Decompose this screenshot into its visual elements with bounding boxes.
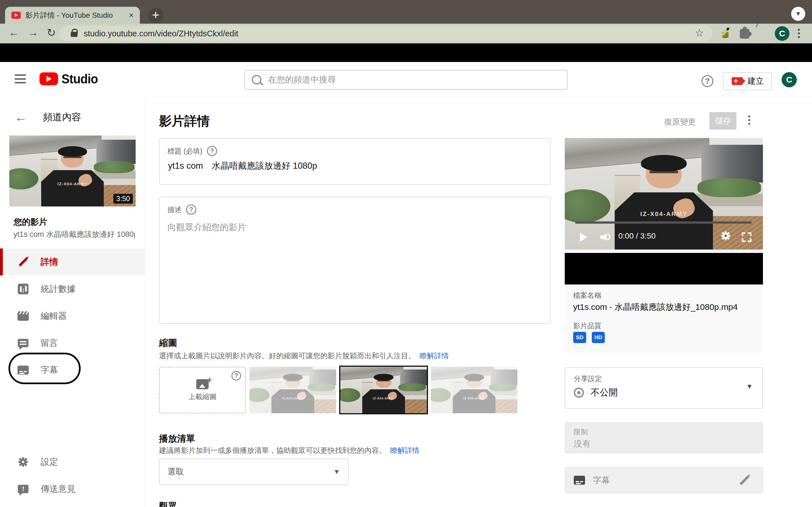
filename-value: yt1s.com - 水晶唔戴應該放邊好_1080p.mp4 xyxy=(573,301,738,313)
playlist-select-dropdown[interactable]: 選取 ▼ xyxy=(159,459,349,485)
title-input[interactable] xyxy=(167,161,541,171)
scene-shirt-text: IZ-X04-ARMY xyxy=(373,397,395,400)
scene-shirt xyxy=(453,389,495,413)
scene-cap xyxy=(283,374,303,381)
your-video-label: 您的影片 xyxy=(13,216,47,228)
back-row: ← 頻道內容 xyxy=(0,109,145,125)
quality-badges: SD HD xyxy=(573,332,605,343)
description-help-icon[interactable]: ? xyxy=(186,205,196,215)
fullscreen-icon[interactable] xyxy=(742,232,751,242)
account-avatar[interactable]: C xyxy=(781,72,797,87)
scene-shirt xyxy=(362,389,405,413)
upload-thumbnail-button[interactable]: ? 上載縮圖 xyxy=(159,367,246,413)
back-arrow-icon[interactable]: ← xyxy=(15,111,27,123)
visibility-dropdown[interactable]: 分享設定 不公開 ▼ xyxy=(565,367,763,409)
save-button[interactable]: 儲存 xyxy=(709,112,737,129)
play-icon[interactable] xyxy=(580,233,587,242)
thumbnail-help-icon[interactable]: ? xyxy=(232,371,241,381)
browser-tab[interactable]: 影片詳情 - YouTube Studio × xyxy=(5,7,140,24)
subtitles-field[interactable]: 字幕 xyxy=(565,467,763,494)
channel-search-box[interactable] xyxy=(245,70,567,90)
channel-content-title: 頻道內容 xyxy=(43,111,81,124)
playlist-section-title: 播放清單 xyxy=(159,433,195,445)
create-video-icon xyxy=(732,77,743,85)
filename-label: 檔案名稱 xyxy=(573,291,601,300)
studio-logo-text: Studio xyxy=(61,71,98,87)
scene-shirt-text: IZ-X04-ARMY xyxy=(282,397,304,400)
tab-search-button[interactable]: ▼ xyxy=(791,7,805,21)
description-field-label: 描述 xyxy=(167,205,182,214)
thumbnail-section-description: 選擇或上載圖片以說明影片內容。好的縮圖可讓您的影片脫穎而出和引人注目。瞭解詳情 xyxy=(159,351,449,361)
player-settings-icon[interactable] xyxy=(721,231,731,241)
scene-shirt xyxy=(271,389,314,413)
sidebar-item-details[interactable]: 詳情 xyxy=(0,248,145,276)
page-title: 影片詳情 xyxy=(159,113,210,129)
url-text: studio.youtube.com/video/ZHtytdsCkxl/edi… xyxy=(84,29,238,38)
scene-shirt xyxy=(41,170,104,207)
title-field[interactable]: 標題 (必填) ? xyxy=(159,138,551,185)
reload-button[interactable]: ↻ xyxy=(47,26,56,39)
sidebar-item-analytics[interactable]: 統計數據 xyxy=(0,276,145,302)
browser-tab-bar: 影片詳情 - YouTube Studio × + ▼ xyxy=(0,0,812,24)
youtube-favicon-icon xyxy=(11,11,21,19)
player-progress-bar[interactable] xyxy=(575,221,752,224)
chevron-down-icon: ▼ xyxy=(333,468,340,476)
title-field-label: 標題 (必填) xyxy=(167,147,202,156)
player-time: 0:00 / 3:50 xyxy=(618,231,656,240)
playlist-learn-more-link[interactable]: 瞭解詳情 xyxy=(390,446,419,455)
video-details-panel: IZ-X04-ARMY 0:00 / 3:50 檔案名稱 yt1s.com - … xyxy=(565,138,763,507)
back-button[interactable]: ← xyxy=(8,26,19,39)
chevron-down-icon: ▼ xyxy=(746,383,753,390)
player-controls: 0:00 / 3:50 xyxy=(565,229,763,245)
undo-changes-button[interactable]: 復原變更 xyxy=(664,117,696,127)
create-button[interactable]: 建立 xyxy=(723,72,772,90)
visibility-row: 不公開 xyxy=(574,386,618,399)
sidebar-item-editor[interactable]: 編輯器 xyxy=(0,302,145,330)
video-thumbnail-preview: IZ-X04-ARMY 3:50 xyxy=(9,135,136,207)
thumbnail-option-2-selected[interactable]: IZ-X04-ARMY xyxy=(340,367,427,413)
thumbnail-learn-more-link[interactable]: 瞭解詳情 xyxy=(419,351,449,360)
description-placeholder: 向觀眾介紹您的影片 xyxy=(167,221,246,233)
tab-title: 影片詳情 - YouTube Studio xyxy=(26,10,126,20)
letterbox-strip xyxy=(0,43,812,62)
pencil-icon xyxy=(17,261,29,263)
thumbnail-frame: IZ-X04-ARMY xyxy=(250,367,336,413)
sidebar-item-subtitles[interactable]: 字幕 xyxy=(0,356,145,384)
browser-profile-avatar[interactable]: C xyxy=(775,26,790,41)
page-options-icon[interactable] xyxy=(748,115,750,117)
browser-menu-icon[interactable] xyxy=(798,29,800,31)
sidebar-item-feedback[interactable]: ! 傳送意見 xyxy=(0,475,145,503)
extensions-puzzle-icon[interactable] xyxy=(740,27,752,40)
thumbnail-option-1[interactable]: IZ-X04-ARMY xyxy=(250,367,336,413)
help-button[interactable]: ? xyxy=(702,75,713,87)
sidebar-video-title: yt1s com 水晶唔戴應該放邊好 1080p xyxy=(13,229,135,239)
sidebar-item-settings[interactable]: 設定 xyxy=(0,448,145,475)
audience-section-title: 觀眾 xyxy=(159,500,177,507)
description-field[interactable]: 描述 ? 向觀眾介紹您的影片 xyxy=(159,196,551,324)
edit-pencil-icon[interactable] xyxy=(739,479,750,482)
new-tab-button[interactable]: + xyxy=(148,8,163,23)
title-help-icon[interactable]: ? xyxy=(207,146,217,156)
chart-icon xyxy=(17,284,29,294)
thumbnail-option-3[interactable]: IZ-X04-ARMY xyxy=(431,367,517,413)
search-input[interactable] xyxy=(267,75,560,85)
subtitles-icon xyxy=(574,476,585,485)
playlist-section-description: 建議將影片加到一或多個播放清單，協助觀眾可以更快找到您的內容。瞭解詳情 xyxy=(159,446,419,455)
youtube-studio-logo[interactable]: Studio xyxy=(40,71,101,87)
video-player[interactable]: IZ-X04-ARMY 0:00 / 3:50 xyxy=(565,138,763,249)
tab-close-icon[interactable]: × xyxy=(129,10,134,20)
subtitles-icon xyxy=(17,365,29,375)
gear-icon xyxy=(17,457,29,467)
scene-cap xyxy=(373,374,393,381)
address-bar[interactable]: studio.youtube.com/video/ZHtytdsCkxl/edi… xyxy=(59,25,712,41)
bookmark-star-icon[interactable]: ☆ xyxy=(695,27,704,39)
hamburger-menu-icon[interactable] xyxy=(15,74,26,83)
forward-button[interactable]: → xyxy=(28,26,38,39)
scene-shirt-text: IZ-X04-ARMY xyxy=(57,182,87,186)
eyedropper-extension-icon[interactable] xyxy=(721,27,733,40)
volume-icon[interactable] xyxy=(600,233,611,242)
thumbnail-frame: IZ-X04-ARMY xyxy=(340,367,427,413)
duration-badge: 3:50 xyxy=(113,194,133,204)
scene-person: IZ-X04-ARMY xyxy=(266,374,319,413)
sidebar-item-comments[interactable]: 留言 xyxy=(0,330,145,356)
